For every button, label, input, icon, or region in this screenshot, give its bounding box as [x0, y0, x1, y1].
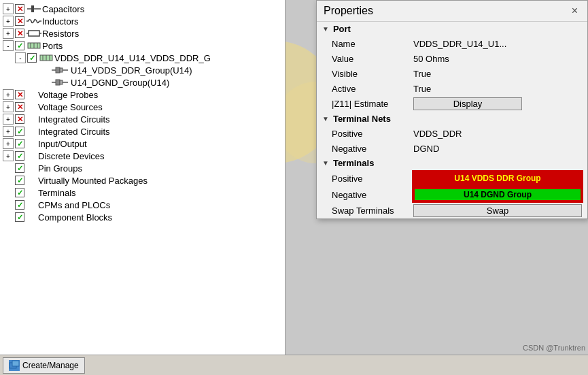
terminals-triangle-icon: ▼ — [322, 159, 329, 167]
check-integrated-circuits[interactable]: ✓ — [15, 127, 24, 136]
tree-item-discrete-devices[interactable]: + ✓ Discrete Devices — [0, 150, 285, 162]
tree-label-capacitors: Capacitors — [42, 4, 84, 14]
expand-resistors[interactable]: + — [3, 28, 14, 39]
icon-placeholder-io — [26, 138, 37, 149]
create-manage-icon — [9, 360, 20, 371]
prop-value-value: 50 Ohms — [413, 54, 582, 64]
close-properties-button[interactable]: × — [569, 5, 581, 17]
check-inductors[interactable]: ✕ — [15, 16, 24, 26]
prop-label-tn-negative: Negative — [332, 144, 413, 154]
svg-rect-7 — [29, 31, 39, 36]
port-section-header[interactable]: ▼ Port — [317, 22, 587, 36]
tree-item-vdds-ddr[interactable]: - ✓ VDDS_DDR_U14_U14_VDDS_DDR_G — [12, 52, 285, 64]
tree-item-voltage-sources[interactable]: + ✕ Integrated Circuits — [0, 113, 285, 125]
display-button[interactable]: Display — [413, 97, 522, 110]
check-placeholder-u14-vdds — [39, 65, 50, 76]
prop-label-value: Value — [332, 54, 413, 64]
tree-label-input-output: Input/Output — [38, 139, 87, 149]
expand-placeholder-cb — [3, 212, 14, 223]
check-virtually-mounted[interactable]: ✓ — [15, 176, 24, 185]
prop-row-name: Name VDDS_DDR_U14_U1... — [317, 36, 587, 51]
check-ports[interactable]: ✓ — [15, 41, 24, 50]
icon-placeholder-pg — [26, 163, 37, 174]
tree-item-voltage-probes[interactable]: + ✕ Voltage Probes — [0, 88, 285, 101]
prop-value-active: True — [413, 84, 582, 94]
ports-icon — [26, 41, 42, 50]
tree-label-component-blocks: Component Blocks — [38, 212, 112, 223]
create-manage-button[interactable]: Create/Manage — [3, 357, 85, 374]
check-terminals[interactable]: ✓ — [15, 188, 24, 197]
check-voltage-sources[interactable]: ✕ — [15, 114, 24, 124]
check-cpms-plocs[interactable]: ✓ — [15, 200, 24, 210]
prop-row-t-negative: Negative U14 DGND Group — [317, 186, 587, 203]
tree-label-integrated-circuits: Integrated Circuits — [38, 127, 110, 137]
check-vdds-ddr[interactable]: ✓ — [27, 53, 37, 63]
tree-item-ports[interactable]: - ✓ Ports — [0, 39, 285, 52]
tree-label-vdds-ddr: VDDS_DDR_U14_U14_VDDS_DDR_G — [54, 53, 211, 63]
check-resistors[interactable]: ✕ — [15, 29, 24, 38]
terminal-nets-section-header[interactable]: ▼ Terminal Nets — [317, 112, 587, 126]
terminals-section-title: Terminals — [333, 158, 374, 168]
tree-item-inductors[interactable]: + ✕ Inductors — [0, 15, 285, 27]
tree-label-terminals: Terminals — [38, 188, 76, 198]
check-component-blocks[interactable]: ✓ — [15, 212, 24, 222]
expand-ports[interactable]: - — [3, 40, 14, 51]
tree-label-ports: Ports — [42, 41, 63, 51]
tree-item-u14-dgnd[interactable]: U14_DGND_Group(U14) — [24, 76, 285, 88]
tree-label-virtually-mounted: Virtually Mounted Packages — [38, 176, 148, 186]
tree-item-input-output[interactable]: + ✓ Input/Output — [0, 137, 285, 150]
expand-vdds-ddr[interactable]: - — [15, 52, 26, 63]
tree-label-inductors: Inductors — [42, 16, 78, 27]
icon-placeholder-dd — [26, 150, 37, 161]
icon-placeholder-cb — [26, 212, 37, 223]
tree-item-component-blocks[interactable]: ✓ Component Blocks — [0, 211, 285, 223]
terminal-nets-triangle-icon: ▼ — [322, 115, 329, 123]
expand-inductors[interactable]: + — [3, 16, 14, 27]
expand-current-sources[interactable]: + — [3, 101, 14, 112]
expand-discrete-devices[interactable]: + — [3, 150, 14, 161]
negative-terminal-button[interactable]: U14 DGND Group — [413, 188, 582, 201]
expand-voltage-sources[interactable]: + — [3, 114, 14, 125]
expand-capacitors[interactable]: + — [3, 3, 14, 14]
check-placeholder-u14-dgnd — [39, 77, 50, 88]
check-voltage-probes[interactable]: ✕ — [15, 90, 24, 99]
expand-voltage-probes[interactable]: + — [3, 89, 14, 100]
tree-label-current-sources: Voltage Sources — [38, 102, 103, 112]
tree-item-integrated-circuits[interactable]: + ✓ Integrated Circuits — [0, 125, 285, 137]
tree-item-resistors[interactable]: + ✕ Resistors — [0, 27, 285, 39]
terminals-section-header[interactable]: ▼ Terminals — [317, 156, 587, 170]
prop-row-tn-negative: Negative DGND — [317, 141, 587, 156]
tree-item-virtually-mounted[interactable]: ✓ Virtually Mounted Packages — [0, 174, 285, 186]
expand-placeholder-t — [3, 187, 14, 198]
port-connector-icon — [52, 65, 71, 75]
svg-rect-24 — [60, 80, 63, 84]
svg-rect-27 — [12, 361, 19, 366]
tree-item-current-sources[interactable]: + ✕ Voltage Sources — [0, 101, 285, 113]
properties-title: Properties — [324, 5, 373, 17]
prop-row-visible: Visible True — [317, 66, 587, 81]
tree-item-capacitors[interactable]: + ✕ Capacitors — [0, 3, 285, 15]
properties-content: ▼ Port Name VDDS_DDR_U14_U1... Value 50 … — [317, 22, 587, 218]
expand-placeholder-u14-dgnd — [27, 77, 38, 88]
prop-row-value: Value 50 Ohms — [317, 51, 587, 66]
expand-input-output[interactable]: + — [3, 138, 14, 149]
expand-integrated-circuits[interactable]: + — [3, 126, 14, 137]
positive-terminal-button[interactable]: U14 VDDS DDR Group — [413, 172, 582, 185]
tree-item-u14-vdds[interactable]: U14_VDDS_DDR_Group(U14) — [24, 64, 285, 76]
check-input-output[interactable]: ✓ — [15, 139, 24, 148]
check-current-sources[interactable]: ✕ — [15, 102, 24, 112]
check-capacitors[interactable]: ✕ — [15, 4, 24, 14]
tree-item-terminals[interactable]: ✓ Terminals — [0, 186, 285, 199]
tree-label-voltage-probes: Voltage Probes — [38, 90, 98, 100]
port-section-title: Port — [333, 24, 351, 34]
prop-label-t-negative: Negative — [332, 190, 413, 200]
swap-button[interactable]: Swap — [413, 204, 582, 217]
expand-placeholder-cp — [3, 199, 14, 210]
tree-item-cpms-plocs[interactable]: ✓ CPMs and PLOCs — [0, 199, 285, 211]
check-pin-groups[interactable]: ✓ — [15, 163, 24, 173]
prop-value-name: VDDS_DDR_U14_U1... — [413, 39, 582, 49]
tree-item-pin-groups[interactable]: ✓ Pin Groups — [0, 162, 285, 174]
prop-label-name: Name — [332, 39, 413, 49]
check-discrete-devices[interactable]: ✓ — [15, 151, 24, 161]
tree-label-voltage-sources: Integrated Circuits — [38, 114, 110, 125]
